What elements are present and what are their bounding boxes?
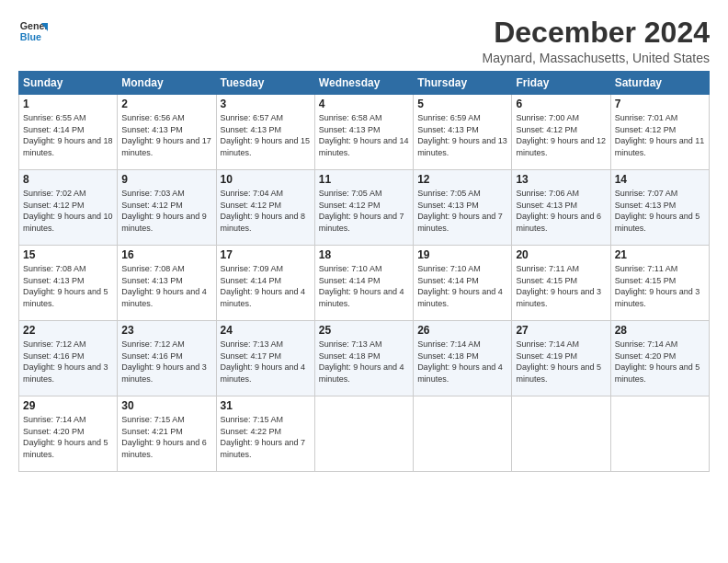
header-tuesday: Tuesday [216, 72, 314, 95]
day-info: Sunrise: 7:10 AMSunset: 4:14 PMDaylight:… [319, 264, 404, 308]
day-info: Sunrise: 7:13 AMSunset: 4:17 PMDaylight:… [221, 339, 306, 384]
day-number: 7 [615, 98, 705, 110]
page: General Blue December 2024 Maynard, Mass… [0, 0, 728, 563]
calendar-header-row: Sunday Monday Tuesday Wednesday Thursday… [19, 72, 710, 95]
table-row: 16 Sunrise: 7:08 AMSunset: 4:13 PMDaylig… [118, 246, 216, 321]
header-sunday: Sunday [19, 72, 118, 95]
day-info: Sunrise: 7:11 AMSunset: 4:15 PMDaylight:… [516, 264, 601, 308]
table-row: 3 Sunrise: 6:57 AMSunset: 4:13 PMDayligh… [216, 95, 314, 170]
table-row: 18 Sunrise: 7:10 AMSunset: 4:14 PMDaylig… [314, 246, 413, 321]
day-info: Sunrise: 7:14 AMSunset: 4:18 PMDaylight:… [417, 339, 503, 384]
day-info: Sunrise: 7:02 AMSunset: 4:12 PMDaylight:… [23, 189, 113, 233]
day-number: 23 [121, 324, 211, 337]
day-info: Sunrise: 7:05 AMSunset: 4:12 PMDaylight:… [319, 189, 404, 233]
table-row: 31 Sunrise: 7:15 AMSunset: 4:22 PMDaylig… [216, 396, 314, 472]
header-row: General Blue December 2024 Maynard, Mass… [18, 17, 710, 65]
table-row: 25 Sunrise: 7:13 AMSunset: 4:18 PMDaylig… [314, 321, 413, 396]
table-row: 15 Sunrise: 7:08 AMSunset: 4:13 PMDaylig… [19, 246, 118, 321]
day-info: Sunrise: 6:57 AMSunset: 4:13 PMDaylight:… [221, 113, 311, 157]
table-row: 20 Sunrise: 7:11 AMSunset: 4:15 PMDaylig… [512, 246, 610, 321]
table-row: 17 Sunrise: 7:09 AMSunset: 4:14 PMDaylig… [216, 246, 314, 321]
table-row: 23 Sunrise: 7:12 AMSunset: 4:16 PMDaylig… [118, 321, 216, 396]
day-info: Sunrise: 6:55 AMSunset: 4:14 PMDaylight:… [23, 113, 113, 157]
day-number: 11 [319, 173, 409, 186]
header-friday: Friday [512, 72, 610, 95]
table-row: 4 Sunrise: 6:58 AMSunset: 4:13 PMDayligh… [314, 95, 413, 170]
day-info: Sunrise: 7:14 AMSunset: 4:19 PMDaylight:… [516, 339, 601, 384]
day-number: 17 [221, 248, 311, 261]
day-number: 27 [516, 324, 606, 337]
day-number: 18 [319, 248, 409, 261]
table-row [314, 396, 413, 472]
header-monday: Monday [118, 72, 216, 95]
day-number: 29 [23, 399, 113, 412]
table-row: 26 Sunrise: 7:14 AMSunset: 4:18 PMDaylig… [414, 321, 512, 396]
logo: General Blue [18, 17, 48, 46]
day-info: Sunrise: 7:07 AMSunset: 4:13 PMDaylight:… [615, 189, 700, 233]
table-row [414, 396, 512, 472]
logo-icon: General Blue [18, 17, 48, 46]
day-number: 12 [417, 173, 507, 186]
day-number: 30 [121, 399, 211, 412]
day-info: Sunrise: 7:14 AMSunset: 4:20 PMDaylight:… [615, 339, 700, 384]
title-block: December 2024 Maynard, Massachusetts, Un… [483, 17, 710, 65]
day-number: 10 [221, 173, 311, 186]
day-number: 2 [121, 98, 211, 110]
table-row: 30 Sunrise: 7:15 AMSunset: 4:21 PMDaylig… [118, 396, 216, 472]
table-row: 27 Sunrise: 7:14 AMSunset: 4:19 PMDaylig… [512, 321, 610, 396]
day-number: 13 [516, 173, 606, 186]
table-row: 29 Sunrise: 7:14 AMSunset: 4:20 PMDaylig… [19, 396, 118, 472]
day-number: 9 [121, 173, 211, 186]
table-row: 28 Sunrise: 7:14 AMSunset: 4:20 PMDaylig… [610, 321, 709, 396]
day-number: 1 [23, 98, 113, 110]
header-wednesday: Wednesday [314, 72, 413, 95]
table-row: 10 Sunrise: 7:04 AMSunset: 4:12 PMDaylig… [216, 170, 314, 246]
day-info: Sunrise: 7:08 AMSunset: 4:13 PMDaylight:… [121, 264, 207, 308]
day-info: Sunrise: 7:01 AMSunset: 4:12 PMDaylight:… [615, 113, 705, 157]
table-row: 7 Sunrise: 7:01 AMSunset: 4:12 PMDayligh… [610, 95, 709, 170]
svg-text:Blue: Blue [20, 31, 41, 42]
day-number: 4 [319, 98, 409, 110]
table-row: 1 Sunrise: 6:55 AMSunset: 4:14 PMDayligh… [19, 95, 118, 170]
day-info: Sunrise: 7:15 AMSunset: 4:22 PMDaylight:… [221, 415, 306, 459]
table-row: 2 Sunrise: 6:56 AMSunset: 4:13 PMDayligh… [118, 95, 216, 170]
day-number: 28 [615, 324, 705, 337]
table-row: 21 Sunrise: 7:11 AMSunset: 4:15 PMDaylig… [610, 246, 709, 321]
table-row: 12 Sunrise: 7:05 AMSunset: 4:13 PMDaylig… [414, 170, 512, 246]
day-info: Sunrise: 6:58 AMSunset: 4:13 PMDaylight:… [319, 113, 409, 157]
table-row: 24 Sunrise: 7:13 AMSunset: 4:17 PMDaylig… [216, 321, 314, 396]
day-info: Sunrise: 7:11 AMSunset: 4:15 PMDaylight:… [615, 264, 700, 308]
month-title: December 2024 [483, 17, 710, 49]
day-number: 25 [319, 324, 409, 337]
table-row: 13 Sunrise: 7:06 AMSunset: 4:13 PMDaylig… [512, 170, 610, 246]
table-row: 22 Sunrise: 7:12 AMSunset: 4:16 PMDaylig… [19, 321, 118, 396]
day-info: Sunrise: 7:05 AMSunset: 4:13 PMDaylight:… [417, 189, 503, 233]
table-row: 14 Sunrise: 7:07 AMSunset: 4:13 PMDaylig… [610, 170, 709, 246]
day-number: 20 [516, 248, 606, 261]
day-info: Sunrise: 6:56 AMSunset: 4:13 PMDaylight:… [121, 113, 211, 157]
day-number: 19 [417, 248, 507, 261]
day-info: Sunrise: 7:03 AMSunset: 4:12 PMDaylight:… [121, 189, 207, 233]
day-info: Sunrise: 7:09 AMSunset: 4:14 PMDaylight:… [221, 264, 306, 308]
day-info: Sunrise: 7:10 AMSunset: 4:14 PMDaylight:… [417, 264, 503, 308]
day-number: 26 [417, 324, 507, 337]
location-subtitle: Maynard, Massachusetts, United States [483, 51, 710, 65]
day-number: 3 [221, 98, 311, 110]
table-row [610, 396, 709, 472]
day-info: Sunrise: 7:12 AMSunset: 4:16 PMDaylight:… [23, 339, 108, 384]
day-info: Sunrise: 7:04 AMSunset: 4:12 PMDaylight:… [221, 189, 306, 233]
day-info: Sunrise: 7:00 AMSunset: 4:12 PMDaylight:… [516, 113, 606, 157]
day-number: 14 [615, 173, 705, 186]
day-info: Sunrise: 7:15 AMSunset: 4:21 PMDaylight:… [121, 415, 207, 459]
day-number: 24 [221, 324, 311, 337]
table-row [512, 396, 610, 472]
day-info: Sunrise: 7:06 AMSunset: 4:13 PMDaylight:… [516, 189, 601, 233]
day-number: 16 [121, 248, 211, 261]
day-number: 22 [23, 324, 113, 337]
table-row: 8 Sunrise: 7:02 AMSunset: 4:12 PMDayligh… [19, 170, 118, 246]
header-thursday: Thursday [414, 72, 512, 95]
table-row: 11 Sunrise: 7:05 AMSunset: 4:12 PMDaylig… [314, 170, 413, 246]
day-number: 21 [615, 248, 705, 261]
day-info: Sunrise: 7:14 AMSunset: 4:20 PMDaylight:… [23, 415, 108, 459]
table-row: 9 Sunrise: 7:03 AMSunset: 4:12 PMDayligh… [118, 170, 216, 246]
